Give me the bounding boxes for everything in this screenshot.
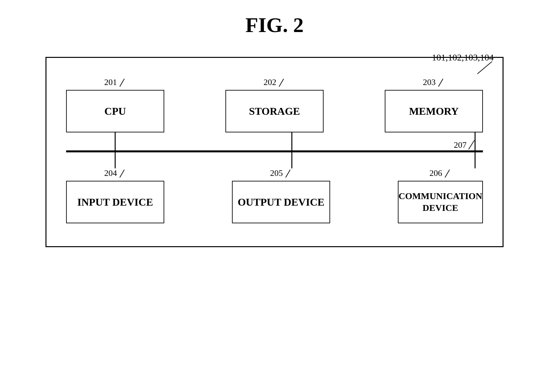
main-diagram-box: 201 CPU 202 STORAGE: [45, 57, 504, 247]
storage-wrapper: 202 STORAGE: [225, 77, 324, 132]
memory-wrapper: 203 MEMORY: [385, 77, 483, 132]
svg-line-11: [469, 140, 474, 149]
cpu-wrapper: 201 CPU: [66, 77, 164, 132]
input-device-wrapper: 204 INPUT DEVICE: [66, 168, 164, 223]
comm-device-box: COMMUNICATION DEVICE: [398, 181, 483, 223]
memory-ref: 203: [423, 77, 436, 87]
storage-ref: 202: [264, 77, 276, 87]
memory-box: MEMORY: [385, 90, 483, 132]
diagram-wrapper: 101,102,103,104 201 CPU 202: [45, 57, 504, 247]
output-device-box: OUTPUT DEVICE: [232, 181, 330, 223]
svg-line-1: [120, 79, 124, 87]
svg-line-2: [279, 79, 284, 87]
top-row: 201 CPU 202 STORAGE: [66, 77, 483, 132]
cpu-ref: 201: [104, 77, 117, 87]
output-device-ref: 205: [270, 168, 283, 178]
comm-device-wrapper: 206 COMMUNICATION DEVICE: [398, 168, 483, 223]
input-device-box: INPUT DEVICE: [66, 181, 164, 223]
input-device-ref: 204: [104, 168, 117, 178]
svg-line-13: [286, 170, 290, 178]
svg-line-3: [438, 79, 443, 87]
figure-title: FIG. 2: [245, 13, 304, 37]
bus-ref: 207: [454, 140, 476, 150]
output-device-wrapper: 205 OUTPUT DEVICE: [232, 168, 330, 223]
comm-device-ref: 206: [430, 168, 442, 178]
bus-area: 207: [66, 132, 483, 168]
bottom-row: 204 INPUT DEVICE 205 OUTPUT DEVICE: [66, 168, 483, 223]
cpu-box: CPU: [66, 90, 164, 132]
svg-line-12: [120, 170, 124, 178]
svg-line-14: [445, 170, 450, 178]
storage-box: STORAGE: [225, 90, 324, 132]
